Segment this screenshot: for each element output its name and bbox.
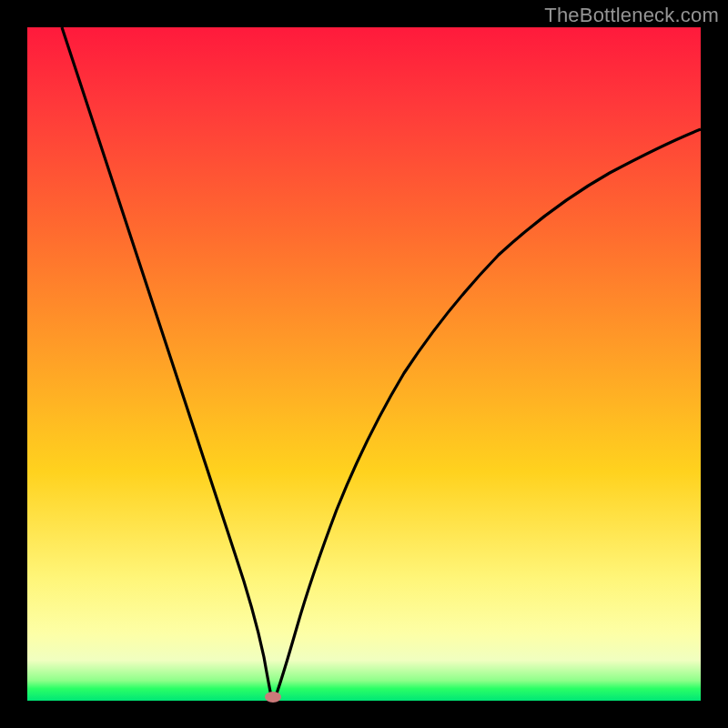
curve-path: [62, 27, 701, 701]
chart-plot-area: [27, 27, 701, 701]
bottleneck-curve: [27, 27, 701, 701]
watermark-text: TheBottleneck.com: [544, 4, 719, 27]
optimal-point-marker: [265, 692, 281, 703]
chart-frame: TheBottleneck.com: [0, 0, 728, 728]
